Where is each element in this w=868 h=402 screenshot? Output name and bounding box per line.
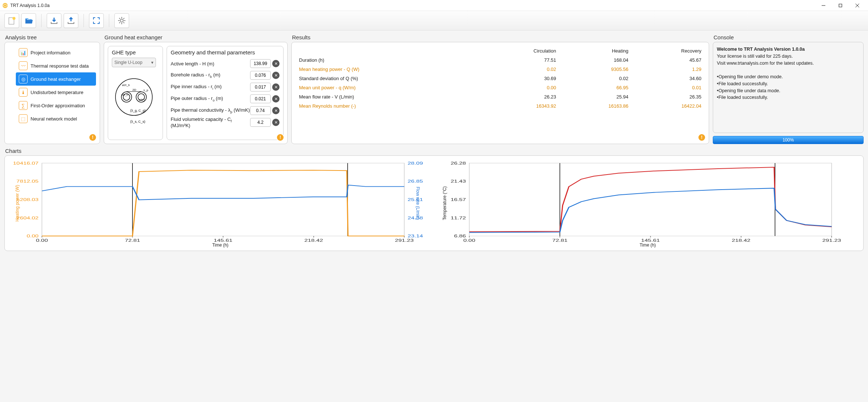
export-icon (67, 16, 75, 25)
param-input[interactable] (250, 83, 271, 91)
param-input[interactable] (250, 71, 271, 80)
svg-point-7 (120, 19, 123, 22)
results-col-header (296, 47, 480, 55)
minimize-button[interactable] (815, 0, 832, 11)
tree-item-label: Undisturbed temperature (31, 90, 83, 95)
clear-button[interactable]: ✕ (272, 95, 280, 103)
svg-rect-2 (839, 4, 842, 7)
tree-item-thermal-response-test-data[interactable]: 〰Thermal response test data (16, 59, 96, 72)
tree-item-icon: 🌡 (19, 88, 28, 97)
folder-open-icon (24, 16, 33, 25)
svg-line-15 (119, 22, 120, 24)
svg-text:26.85: 26.85 (408, 179, 423, 183)
y2-axis-label: Flow rate (L/min) (415, 187, 420, 220)
tree-item-icon: ⬚ (19, 114, 28, 123)
new-file-icon (7, 16, 16, 25)
svg-text:⌀2r_i: ⌀2r_i (139, 98, 145, 101)
progress-text: 100% (783, 137, 794, 143)
results-row: Mean unit power - q (W/m)0.0066.950.01 (296, 83, 704, 92)
clear-button[interactable]: ✕ (272, 83, 280, 91)
close-button[interactable] (849, 0, 866, 11)
warning-badge[interactable]: ! (277, 134, 284, 141)
svg-text:⌀2r_b: ⌀2r_b (122, 83, 130, 87)
tree-item-project-information[interactable]: 📊Project information (16, 46, 96, 59)
x-axis-label: Time (h) (640, 243, 656, 248)
gear-icon (117, 16, 126, 25)
param-input[interactable] (250, 106, 271, 115)
svg-point-6 (13, 17, 15, 20)
console-line: •File loaded successfully. (717, 80, 860, 87)
ghe-params-panel: Geometry and thermal parameters Active l… (167, 46, 284, 140)
settings-button[interactable] (114, 13, 129, 28)
param-input[interactable] (250, 118, 271, 127)
clear-button[interactable]: ✕ (272, 119, 280, 126)
param-label: Borehole radius - rb (m) (171, 72, 220, 79)
svg-text:0.00: 0.00 (36, 238, 48, 243)
param-input[interactable] (250, 59, 271, 68)
svg-text:2D: 2D (132, 88, 136, 91)
export-button[interactable] (64, 13, 78, 28)
param-label: Active length - H (m) (171, 61, 214, 67)
chevron-down-icon: ▾ (151, 60, 153, 65)
console-line: •Opening file under demo mode. (717, 73, 860, 80)
tree-item-first-order-approximation[interactable]: ∑First-Order approximation (16, 99, 96, 112)
svg-text:6.86: 6.86 (454, 234, 466, 238)
analysis-tree-title: Analysis tree (5, 34, 100, 40)
param-label: Pipe outer radius - ro (m) (171, 96, 223, 102)
fullscreen-button[interactable] (89, 13, 104, 28)
svg-text:26.28: 26.28 (451, 161, 466, 165)
tree-item-icon: ∑ (19, 101, 28, 110)
clear-button[interactable]: ✕ (272, 107, 280, 114)
results-row: Mean Reynolds number (-)16343.9216163.86… (296, 102, 704, 110)
svg-text:10416.07: 10416.07 (13, 161, 39, 165)
svg-text:145.61: 145.61 (214, 238, 232, 243)
svg-line-14 (124, 18, 125, 19)
open-file-button[interactable] (21, 13, 36, 28)
svg-text:⌀2r_o: ⌀2r_o (121, 93, 128, 96)
toolbar (0, 11, 868, 30)
svg-text:28.09: 28.09 (408, 161, 423, 165)
tree-item-ground-heat-exchanger[interactable]: ◎Ground heat exchanger (16, 72, 96, 86)
svg-text:21.43: 21.43 (451, 179, 466, 183)
import-button[interactable] (47, 13, 61, 28)
svg-rect-29 (42, 163, 404, 236)
svg-text:291.23: 291.23 (822, 238, 841, 243)
param-row: Pipe outer radius - ro (m) ✕ (171, 93, 280, 105)
maximize-button[interactable] (832, 0, 849, 11)
tree-item-label: Thermal response test data (31, 63, 89, 69)
results-col-header: Recovery (632, 47, 704, 55)
import-icon (50, 16, 58, 25)
tree-item-neural-network-model[interactable]: ⬚Neural network model (16, 112, 96, 125)
param-row: Pipe inner radius - ri (m) ✕ (171, 81, 280, 93)
svg-rect-52 (469, 163, 832, 236)
ghe-type-select[interactable]: Single U-Loop ▾ (112, 58, 156, 67)
svg-text:0.00: 0.00 (463, 238, 476, 243)
tree-item-label: Project information (31, 50, 70, 55)
chart-temperature[interactable]: Temperature (°C) Time (h) 0.0072.81145.6… (436, 159, 860, 247)
console-welcome: Welcome to TRT Analysis Version 1.0.0a (717, 47, 805, 52)
param-input[interactable] (250, 94, 271, 103)
new-file-button[interactable] (4, 13, 19, 28)
svg-line-12 (119, 18, 120, 19)
warning-badge[interactable]: ! (89, 134, 96, 141)
tree-item-undisturbed-temperature[interactable]: 🌡Undisturbed temperature (16, 86, 96, 99)
clear-button[interactable]: ✕ (272, 60, 280, 67)
param-label: Fluid volumetric capacity - Cf (MJ/m³K) (171, 116, 250, 129)
param-row: Borehole radius - rb (m) ✕ (171, 69, 280, 81)
svg-text:291.23: 291.23 (395, 238, 414, 243)
console-visit: Visit www.trtanalysis.com for the latest… (717, 61, 814, 66)
svg-text:0.00: 0.00 (26, 234, 39, 238)
results-row: Mean flow rate - V (L/min)26.2325.9426.3… (296, 93, 704, 101)
chart-power-flow[interactable]: Heating power (W) Flow rate (L/min) Time… (8, 159, 432, 247)
param-row: Active length - H (m) ✕ (171, 58, 280, 69)
svg-text:72.81: 72.81 (552, 238, 568, 243)
tree-item-label: Neural network model (31, 116, 77, 122)
tree-item-icon: 📊 (19, 48, 28, 57)
clear-button[interactable]: ✕ (272, 72, 280, 79)
y1-axis-label: Heating power (W) (15, 185, 20, 222)
svg-text:11.72: 11.72 (451, 216, 466, 220)
ghe-type-label: GHE type (112, 49, 159, 55)
warning-badge[interactable]: ! (698, 134, 705, 141)
console-line: •File loaded successfully. (717, 94, 860, 101)
svg-text:72.81: 72.81 (125, 238, 140, 243)
